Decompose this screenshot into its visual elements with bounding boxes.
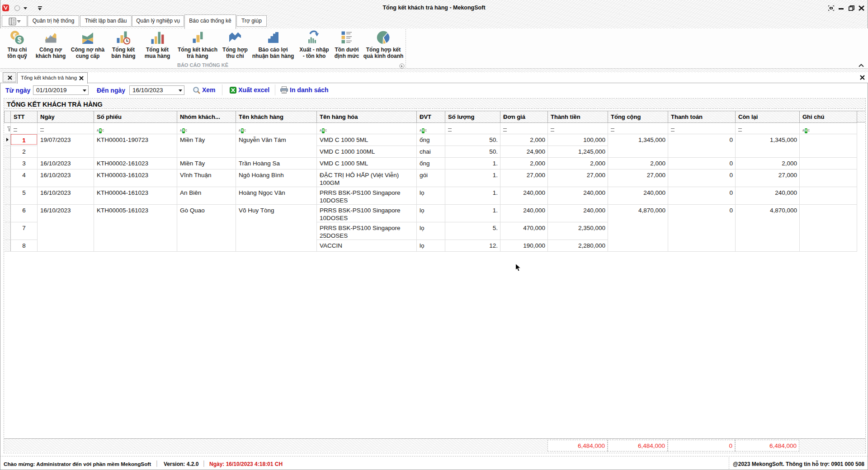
svg-text:$: $ (18, 36, 22, 44)
